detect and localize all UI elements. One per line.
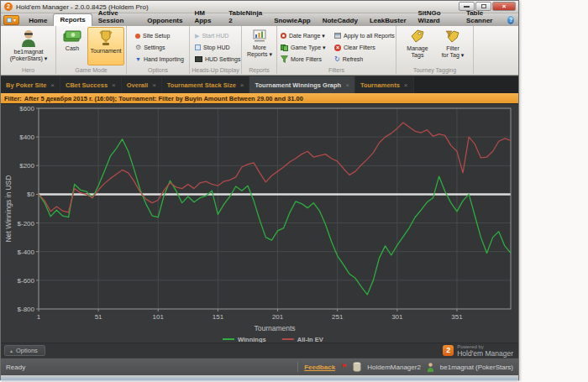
tab-tournaments[interactable]: Tournaments ×	[355, 76, 414, 93]
funnel-icon	[281, 55, 288, 63]
ribbon: be1magnat (PokerStars) ▾ Hero Cash	[1, 26, 518, 76]
tab-cbet-success[interactable]: CBet Success ×	[60, 76, 122, 93]
hud-settings-button[interactable]: HUD Settings	[195, 55, 240, 64]
tab-tournament-stack-size[interactable]: Tournament Stack Size ×	[162, 76, 250, 93]
ribbon-group-hero: be1magnat (PokerStars) ▾ Hero	[1, 26, 56, 74]
hero-avatar-icon	[20, 29, 37, 47]
group-label-tagging: Tourney Tagging	[396, 67, 473, 73]
svg-text:Tournaments: Tournaments	[254, 324, 295, 332]
tab-label: Tournaments	[360, 81, 400, 89]
tab-label: Tournament Stack Size	[167, 81, 236, 89]
manage-tags-button[interactable]: Manage Tags	[402, 29, 433, 59]
tournament-button[interactable]: Tournament	[87, 27, 124, 65]
more-reports-button[interactable]: More Reports ▾	[244, 29, 275, 58]
more-reports-icon	[253, 29, 266, 43]
svg-text:251: 251	[332, 313, 344, 321]
trophy-icon	[99, 30, 113, 46]
game-type-icon	[281, 44, 288, 51]
help-icon[interactable]: ?	[507, 16, 514, 24]
game-type-label: Game Type ▾	[291, 44, 326, 51]
clear-filters-label: Clear Filters	[344, 44, 375, 50]
app-menu-icon	[7, 18, 12, 23]
tournament-label: Tournament	[91, 48, 122, 54]
date-range-icon	[281, 33, 286, 39]
hero-button[interactable]: be1magnat (PokerStars) ▾	[3, 28, 54, 62]
app-logo-icon: 2	[4, 3, 13, 11]
options-button[interactable]: ▴ Options	[4, 345, 45, 356]
group-label-reports: Reports	[242, 67, 276, 73]
database-icon	[353, 362, 361, 372]
desktop: 2 Hold'em Manager - 2.0.0.8425 (Holdem P…	[0, 0, 588, 382]
chevron-down-icon: ▾	[13, 18, 16, 23]
close-icon[interactable]: ×	[50, 81, 55, 89]
menu-item-hm-apps[interactable]: HM Apps	[188, 8, 223, 26]
menu-item-home[interactable]: Home	[23, 15, 53, 26]
ribbon-group-tagging: Manage Tags Filter for Tag ▾ Tourney Tag…	[396, 26, 474, 74]
tab-label: CBet Success	[66, 81, 108, 89]
svg-text:$-200: $-200	[18, 220, 35, 228]
cash-button[interactable]: Cash	[60, 29, 85, 52]
close-icon[interactable]: ×	[345, 81, 349, 89]
stop-hud-button[interactable]: Stop HUD	[195, 43, 230, 52]
filter-for-tag-button[interactable]: Filter for Tag ▾	[437, 29, 469, 59]
group-label-filters: Filters	[277, 67, 396, 73]
menu-item-active-session[interactable]: Active Session	[92, 8, 142, 26]
powered-by: 2 Powered by Hold'em Manager	[443, 343, 513, 357]
svg-text:$-800: $-800	[18, 306, 35, 313]
tab-by-poker-site[interactable]: By Poker Site ×	[1, 76, 60, 93]
app-menu-button[interactable]: ▾	[3, 15, 19, 25]
hud-settings-label: HUD Settings	[205, 56, 240, 62]
tab-overall[interactable]: Overall ×	[122, 76, 162, 93]
menu-item-table-scanner[interactable]: Table Scanner	[460, 8, 507, 26]
divider	[297, 362, 298, 372]
apply-all-reports-button[interactable]: Apply to all Reports	[334, 31, 395, 40]
stop-icon	[195, 44, 201, 50]
menu-item-sitngo-wizard[interactable]: SitNGo Wizard	[412, 8, 460, 26]
svg-text:351: 351	[451, 313, 463, 321]
svg-text:All-In EV: All-In EV	[297, 336, 323, 343]
status-bar: Ready Feedback ⚑ HoldemManager2 be1magna…	[1, 358, 518, 375]
refresh-button[interactable]: ↻ Refresh	[334, 55, 363, 64]
more-reports-line1: More	[253, 44, 266, 50]
clear-filters-button[interactable]: × Clear Filters	[334, 43, 375, 52]
game-type-button[interactable]: Game Type ▾	[281, 43, 326, 52]
menu-item-opponents[interactable]: Opponents	[141, 15, 188, 26]
close-icon[interactable]: ×	[112, 81, 116, 89]
group-label-hud: Heads-Up Display	[190, 67, 241, 73]
feedback-link[interactable]: Feedback	[304, 364, 335, 371]
ribbon-group-hud: ▶ Start HUD Stop HUD HUD Settings Heads-…	[190, 26, 242, 74]
tab-tournament-winnings-graph[interactable]: Tournament Winnings Graph ×	[249, 76, 354, 93]
svg-text:$600: $600	[19, 105, 34, 113]
hand-importing-button[interactable]: ▼ Hand Importing	[135, 55, 184, 64]
close-icon[interactable]: ×	[152, 81, 156, 89]
filter-bar: Filter: After 5 декабря 2015 г. (16:00);…	[1, 93, 518, 104]
svg-text:$-600: $-600	[18, 277, 35, 285]
status-text: Ready	[6, 364, 25, 371]
close-icon[interactable]: ×	[404, 81, 408, 89]
date-range-button[interactable]: Date Range ▾	[281, 31, 325, 40]
flag-icon: ⚑	[341, 364, 347, 370]
report-tab-bar: By Poker Site × CBet Success × Overall ×…	[1, 76, 518, 93]
menu-item-reports[interactable]: Reports	[53, 13, 92, 26]
ribbon-group-filters: Date Range ▾ Game Type ▾ More Filters Ap…	[277, 26, 396, 74]
site-setup-button[interactable]: Site Setup	[135, 31, 170, 40]
start-hud-button[interactable]: ▶ Start HUD	[195, 31, 228, 40]
filter-label: Filter:	[4, 95, 22, 102]
menu-item-notecaddy[interactable]: NoteCaddy	[317, 15, 364, 26]
date-range-label: Date Range ▾	[289, 33, 325, 39]
powered-line2: Hold'em Manager	[457, 350, 513, 357]
more-filters-button[interactable]: More Filters	[281, 55, 322, 64]
menu-item-tableninja[interactable]: TableNinja 2	[223, 8, 268, 26]
hud-settings-icon	[195, 56, 202, 62]
settings-button[interactable]: ⚙ Settings	[135, 43, 165, 52]
stop-hud-label: Stop HUD	[203, 44, 230, 50]
group-label-hero: Hero	[1, 67, 55, 73]
hand-importing-label: Hand Importing	[144, 56, 184, 62]
menu-item-snowieapp[interactable]: SnowieApp	[268, 15, 317, 26]
svg-text:1: 1	[37, 313, 41, 321]
start-hud-label: Start HUD	[202, 33, 228, 39]
menu-item-leakbuster[interactable]: LeakBuster	[364, 15, 412, 26]
svg-text:$200: $200	[19, 162, 34, 170]
close-icon[interactable]: ×	[240, 81, 244, 89]
gear-icon: ⚙	[135, 44, 141, 51]
